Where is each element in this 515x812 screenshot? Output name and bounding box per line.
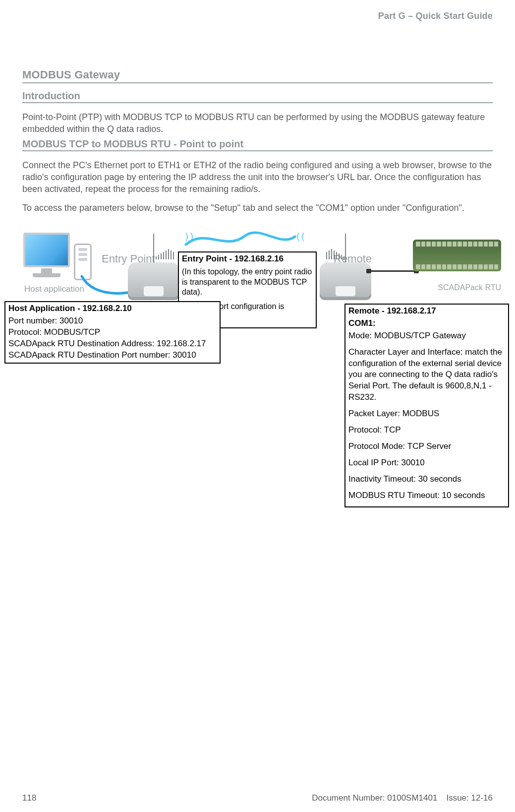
running-header: Part G – Quick Start Guide — [22, 11, 493, 21]
issue-number: Issue: 12-16 — [446, 793, 493, 803]
remote-callout-l5: Protocol Mode: TCP Server — [348, 441, 505, 452]
remote-callout-l4: Protocol: TCP — [348, 425, 505, 436]
host-callout-l2: Protocol: MODBUS/TCP — [8, 327, 217, 338]
remote-callout: Remote - 192.168.2.17 COM1: Mode: MODBUS… — [344, 304, 509, 507]
page-number: 118 — [22, 793, 36, 803]
remote-callout-l1: Mode: MODBUS/TCP Gateway — [348, 330, 505, 342]
access-paragraph: To access the parameters below, browse t… — [22, 202, 493, 214]
remote-callout-l2: Character Layer and Interface: match the… — [348, 347, 505, 404]
connect-paragraph: Connect the PC's Ethernet port to ETH1 o… — [22, 159, 493, 195]
serial-cable-icon — [370, 270, 415, 272]
sub-heading-introduction: Introduction — [22, 90, 493, 103]
remote-callout-l3: Packet Layer: MODBUS — [348, 408, 505, 420]
remote-callout-title: Remote - 192.168.2.17 — [345, 305, 508, 318]
remote-callout-l7: Inactivity Timeout: 30 seconds — [348, 474, 505, 485]
page-footer: 118 Document Number: 0100SM1401 Issue: 1… — [22, 793, 493, 803]
host-callout-title: Host Application - 192.168.2.10 — [5, 302, 220, 315]
intro-paragraph: Point-to-Point (PTP) with MODBUS TCP to … — [22, 111, 493, 135]
remote-callout-l8: MODBUS RTU Timeout: 10 seconds — [348, 490, 505, 501]
rf-wave-right-icon: (( — [295, 231, 305, 243]
sub-heading-ptp: MODBUS TCP to MODBUS RTU - Point to poin… — [22, 138, 493, 151]
monitor-icon — [22, 233, 71, 281]
entry-callout-title: Entry Point - 192.168.2.16 — [179, 252, 316, 266]
host-callout-l1: Port number: 30010 — [8, 315, 217, 327]
topology-diagram: Host application Entry Point )) — [22, 227, 492, 445]
document-number: Document Number: 0100SM1401 — [312, 793, 437, 803]
remote-radio-icon — [320, 262, 371, 300]
host-app-callout: Host Application - 192.168.2.10 Port num… — [4, 301, 221, 364]
rtu-caption: SCADAPack RTU — [432, 283, 501, 292]
remote-callout-l6: Local IP Port: 30010 — [348, 457, 505, 469]
host-callout-l3: SCADApack RTU Destination Address: 192.1… — [8, 338, 217, 350]
remote-callout-com1: COM1: — [348, 318, 505, 329]
entry-callout-line1: (In this topology, the entry point radio… — [182, 267, 313, 298]
scadapack-rtu-icon — [413, 240, 501, 281]
section-heading: MODBUS Gateway — [22, 68, 493, 83]
host-caption: Host application — [24, 284, 84, 294]
entry-radio-icon — [128, 262, 179, 300]
host-callout-l4: SCADApack RTU Destination Port number: 3… — [8, 350, 217, 361]
